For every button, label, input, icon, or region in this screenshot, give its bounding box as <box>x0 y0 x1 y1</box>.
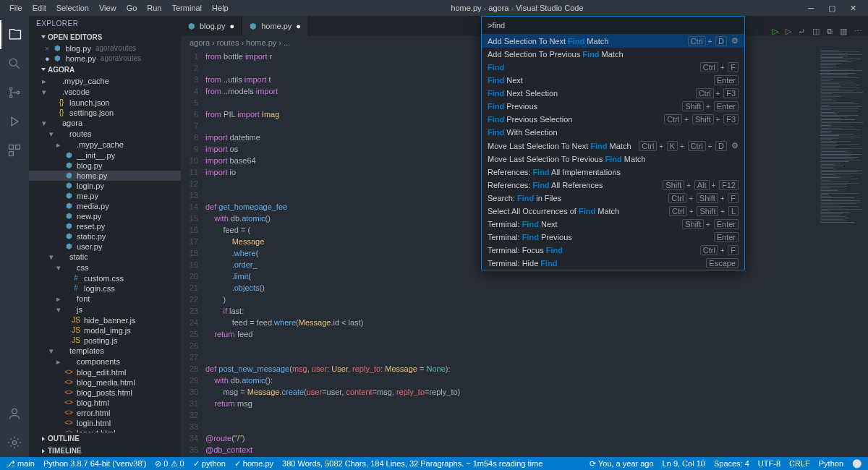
statusbar-item[interactable]: 380 Words, 5082 Chars, 184 Lines, 32 Par… <box>282 459 542 469</box>
menu-go[interactable]: Go <box>122 4 142 12</box>
open-editor-item[interactable]: ●⬢home.pyagora\routes <box>29 54 181 64</box>
maximize-icon[interactable]: ▢ <box>821 4 843 13</box>
file-item[interactable]: ⬢login.py <box>29 181 181 191</box>
extensions-icon[interactable] <box>0 136 29 165</box>
outline-section[interactable]: OUTLINE <box>29 432 181 445</box>
file-item[interactable]: JSposting.js <box>29 336 181 346</box>
command-palette-item[interactable]: Add Selection To Previous Find Match <box>482 48 744 61</box>
minimize-icon[interactable]: ─ <box>801 4 821 12</box>
run-debug-icon[interactable]: ▷ <box>786 27 791 36</box>
timeline-section[interactable]: TIMELINE <box>29 445 181 457</box>
file-item[interactable]: {}launch.json <box>29 98 181 108</box>
command-palette-item[interactable]: Find PreviousShift + Enter <box>482 100 744 113</box>
file-item[interactable]: JSmodal_img.js <box>29 325 181 336</box>
gear-icon[interactable] <box>0 428 29 457</box>
file-item[interactable]: ⬢static.py <box>29 231 181 242</box>
command-palette-item[interactable]: Terminal: Hide FindEscape <box>482 257 744 270</box>
folder-item[interactable]: ▾ agora <box>29 118 181 129</box>
command-palette-item[interactable]: Find Next SelectionCtrl + F3 <box>482 87 744 100</box>
folder-item[interactable]: ▸ components <box>29 356 181 367</box>
statusbar-item[interactable]: ⊘ 0 ⚠ 0 <box>155 459 184 469</box>
statusbar-item[interactable]: Python <box>819 459 843 469</box>
file-item[interactable]: <>blog_media.html <box>29 377 181 388</box>
run-icon[interactable]: ▷ <box>773 27 778 36</box>
menu-selection[interactable]: Selection <box>51 4 94 12</box>
file-item[interactable]: ⬢blog.py <box>29 161 181 171</box>
statusbar-item[interactable]: ⎇ main <box>6 459 35 469</box>
explorer-icon[interactable] <box>0 20 29 49</box>
file-item[interactable]: <>blog_edit.html <box>29 367 181 377</box>
statusbar-item[interactable]: UTF-8 <box>758 459 780 469</box>
debug-icon[interactable] <box>0 107 29 136</box>
folder-item[interactable]: ▾ templates <box>29 346 181 356</box>
statusbar-item[interactable]: Ln 9, Col 10 <box>663 459 705 469</box>
command-palette-item[interactable]: Terminal: Focus FindCtrl + F <box>482 244 744 257</box>
minimap[interactable] <box>817 49 868 457</box>
source-control-icon[interactable] <box>0 78 29 107</box>
diff-icon[interactable]: ⧉ <box>827 27 833 36</box>
command-palette-item[interactable]: Move Last Selection To Previous Find Mat… <box>482 153 744 166</box>
statusbar-item[interactable]: ✓ python <box>193 459 226 469</box>
statusbar-item[interactable]: Spaces: 4 <box>714 459 749 469</box>
statusbar-item[interactable]: ⚪ <box>852 459 862 469</box>
file-item[interactable]: ⬢me.py <box>29 191 181 201</box>
open-editors-section[interactable]: OPEN EDITORS <box>29 31 181 43</box>
file-item[interactable]: #login.css <box>29 283 181 294</box>
folder-item[interactable]: ▾ static <box>29 252 181 262</box>
git-compare-icon[interactable]: ⤾ <box>799 27 805 36</box>
command-palette-item[interactable]: Search: Find in FilesCtrl + Shift + F <box>482 192 744 205</box>
command-palette-item[interactable]: Find NextEnter <box>482 74 744 87</box>
file-item[interactable]: ⬢media.py <box>29 201 181 211</box>
file-item[interactable]: #custom.css <box>29 273 181 283</box>
more-icon[interactable]: ⋯ <box>854 27 862 36</box>
folder-item[interactable]: ▾ css <box>29 262 181 273</box>
file-item[interactable]: JShide_banner.js <box>29 315 181 325</box>
folder-item[interactable]: ▸ .mypy_cache <box>29 76 181 87</box>
folder-item[interactable]: ▸ font <box>29 294 181 304</box>
file-item[interactable]: <>error.html <box>29 408 181 418</box>
search-icon[interactable] <box>0 49 29 78</box>
statusbar-item[interactable]: Python 3.8.7 64-bit ('venv38') <box>43 459 146 469</box>
workspace-section[interactable]: AGORA <box>29 64 181 76</box>
editor-tab[interactable]: ⬢blog.py● <box>181 16 242 36</box>
command-palette-input[interactable] <box>482 17 744 34</box>
editor-tab[interactable]: ⬢home.py● <box>242 16 309 36</box>
gear-icon[interactable]: ⚙ <box>731 36 739 46</box>
menu-run[interactable]: Run <box>142 4 166 12</box>
statusbar-item[interactable]: ✓ home.py <box>234 459 273 469</box>
file-item[interactable]: {}settings.json <box>29 108 181 118</box>
close-icon[interactable]: ✕ <box>843 4 864 13</box>
breadcrumb-item[interactable]: home.py <box>246 38 276 47</box>
command-palette-item[interactable]: Add Selection To Next Find MatchCtrl + D… <box>482 34 744 48</box>
split-editor-icon[interactable]: ◫ <box>812 27 820 36</box>
menu-file[interactable]: File <box>4 4 27 12</box>
statusbar-item[interactable]: ⟳ You, a year ago <box>590 459 654 469</box>
command-palette-item[interactable]: Move Last Selection To Next Find MatchCt… <box>482 139 744 153</box>
gear-icon[interactable]: ⚙ <box>731 141 739 150</box>
command-palette-item[interactable]: Find With Selection <box>482 126 744 139</box>
command-palette-item[interactable]: Find Previous SelectionCtrl + Shift + F3 <box>482 113 744 126</box>
menu-help[interactable]: Help <box>207 4 234 12</box>
breadcrumb-item[interactable]: routes <box>217 38 239 47</box>
command-palette-item[interactable]: References: Find All ReferencesShift + A… <box>482 179 744 192</box>
statusbar-item[interactable]: CRLF <box>789 459 810 469</box>
folder-item[interactable]: ▾ js <box>29 304 181 315</box>
command-palette-item[interactable]: FindCtrl + F <box>482 61 744 74</box>
file-item[interactable]: <>login.html <box>29 418 181 428</box>
command-palette-item[interactable]: Select All Occurrences of Find MatchCtrl… <box>482 205 744 218</box>
open-editor-item[interactable]: ×⬢blog.pyagora\routes <box>29 43 181 54</box>
file-item[interactable]: <>blog_posts.html <box>29 388 181 398</box>
command-palette-item[interactable]: References: Find All Implementations <box>482 166 744 179</box>
layout-icon[interactable]: ▥ <box>840 27 847 36</box>
folder-item[interactable]: ▾ routes <box>29 129 181 140</box>
folder-item[interactable]: ▾ .vscode <box>29 87 181 98</box>
menu-edit[interactable]: Edit <box>27 4 51 12</box>
file-item[interactable]: ⬢user.py <box>29 242 181 252</box>
menu-view[interactable]: View <box>94 4 122 12</box>
breadcrumb-item[interactable]: ... <box>284 38 290 47</box>
file-item[interactable]: ⬢reset.py <box>29 221 181 231</box>
menu-terminal[interactable]: Terminal <box>167 4 208 12</box>
command-palette-item[interactable]: Terminal: Find NextShift + Enter <box>482 218 744 231</box>
file-item[interactable]: ⬢__init__.py <box>29 150 181 161</box>
file-item[interactable]: ⬢new.py <box>29 211 181 221</box>
